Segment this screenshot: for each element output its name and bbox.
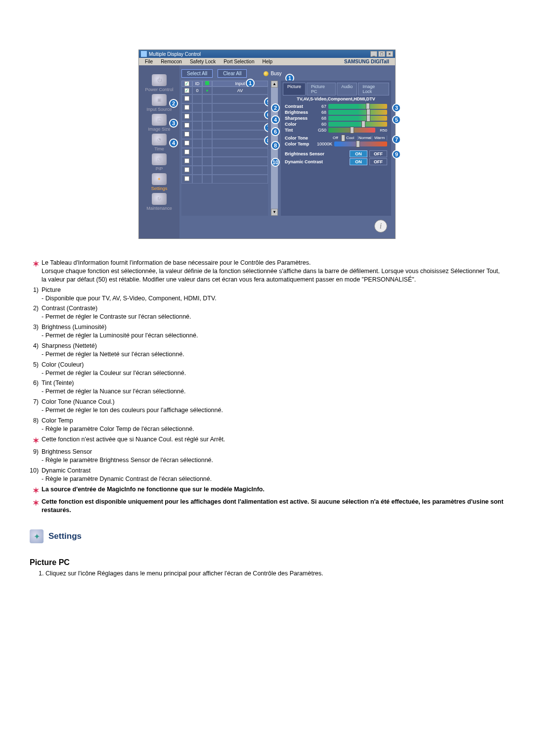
color-temp-value: 10000K	[314, 142, 334, 146]
description-item: 4)Sharpness (Netteté)- Permet de régler …	[30, 342, 504, 359]
contrast-slider[interactable]	[328, 104, 387, 109]
tab-picture-pc[interactable]: Picture PC	[307, 83, 336, 95]
table-row[interactable]	[181, 148, 268, 157]
table-row[interactable]	[181, 166, 268, 175]
item-title: Color (Couleur)	[42, 361, 504, 369]
callout-badge: 4	[169, 139, 178, 147]
row-checkbox[interactable]	[184, 105, 189, 110]
slider-thumb[interactable]	[350, 127, 354, 134]
clear-all-button[interactable]: Clear All	[218, 69, 247, 78]
slider-thumb[interactable]	[366, 115, 370, 122]
row-input	[212, 166, 268, 175]
row-checkbox[interactable]	[184, 158, 189, 163]
tint-label: Tint	[285, 128, 314, 133]
row-checkbox[interactable]	[184, 96, 189, 101]
busy-led-icon	[264, 71, 268, 76]
menu-file[interactable]: File	[141, 59, 157, 64]
menu-remocon[interactable]: Remocon	[157, 59, 186, 64]
item-title: Color Temp	[42, 417, 504, 425]
bsensor-on-button[interactable]: ON	[350, 150, 367, 157]
table-row[interactable]	[181, 139, 268, 148]
color-tone-selector[interactable]: Off Cool Normal Warm	[328, 136, 387, 141]
item-number: 3)	[30, 323, 42, 331]
row-checkbox[interactable]	[184, 132, 189, 137]
dcontrast-on-button[interactable]: ON	[350, 158, 367, 165]
row-id	[192, 121, 202, 130]
callout-badge: 8	[271, 141, 280, 150]
row-checkbox[interactable]	[184, 149, 189, 154]
row-checkbox[interactable]	[184, 88, 189, 93]
menu-safety-lock[interactable]: Safety Lock	[186, 59, 220, 64]
sidebar: ⏻ Power Control ▣ Input Source 2 ◱ Image…	[139, 65, 179, 238]
row-id	[192, 94, 202, 103]
item-title: Brightness (Luminosité)	[42, 323, 504, 331]
table-row[interactable]	[181, 130, 268, 139]
sidebar-item-maintenance[interactable]: ↻ Maintenance	[143, 193, 175, 211]
tint-slider[interactable]	[328, 128, 375, 133]
description-list: ✶ Le Tableau d'Information fournit l'inf…	[30, 259, 504, 515]
sidebar-item-input-source[interactable]: ▣ Input Source 2	[143, 94, 175, 112]
sidebar-item-label: Image Size	[143, 127, 175, 132]
table-row[interactable]	[181, 175, 268, 184]
row-input	[212, 175, 268, 184]
tone-normal[interactable]: Normal	[358, 136, 373, 141]
parameter-panel: Picture Picture PC Audio Image Lock TV,A…	[281, 81, 391, 216]
tab-picture[interactable]: Picture	[283, 83, 306, 95]
row-checkbox[interactable]	[184, 141, 189, 145]
sharpness-slider[interactable]	[328, 116, 387, 121]
table-row[interactable]	[181, 112, 268, 121]
menu-port-selection[interactable]: Port Selection	[220, 59, 258, 64]
tab-note: TV,AV,S-Video,Component,HDMI,DTV	[281, 95, 391, 103]
table-row[interactable]	[181, 94, 268, 103]
item-title: Color Tone (Nuance Coul.)	[42, 398, 504, 406]
display-table: ID Input 5 6 7 8 0●AV	[181, 81, 268, 216]
maximize-button[interactable]: □	[378, 51, 385, 57]
row-checkbox[interactable]	[184, 176, 189, 181]
minimize-button[interactable]: _	[370, 51, 377, 57]
app-icon	[141, 51, 147, 57]
scroll-up-button[interactable]: ▲	[271, 81, 278, 88]
bsensor-off-button[interactable]: OFF	[369, 150, 387, 157]
tone-cool[interactable]: Cool	[343, 136, 358, 141]
sidebar-item-time[interactable]: ◔ Time 4	[143, 134, 175, 151]
sidebar-item-pip[interactable]: ◳ PIP	[143, 153, 175, 171]
brightness-slider[interactable]	[328, 110, 387, 115]
row-checkbox[interactable]	[184, 167, 189, 172]
sidebar-item-image-size[interactable]: ◱ Image Size 3	[143, 114, 175, 132]
col-input: Input	[212, 81, 268, 87]
row-checkbox[interactable]	[184, 123, 189, 128]
tab-audio[interactable]: Audio	[337, 83, 357, 95]
color-slider[interactable]	[328, 122, 387, 127]
item-subtext: - Règle le paramètre Brightness Sensor d…	[42, 456, 504, 465]
table-row[interactable]	[181, 103, 268, 112]
steps-list: Cliquez sur l'icône Réglages dans le men…	[40, 570, 504, 577]
row-status	[202, 139, 212, 148]
color-temp-slider[interactable]	[334, 142, 387, 146]
table-row[interactable]	[181, 157, 268, 166]
slider-thumb[interactable]	[341, 135, 345, 142]
row-id	[192, 130, 202, 139]
menubar: File Remocon Safety Lock Port Selection …	[139, 58, 395, 65]
table-row[interactable]	[181, 121, 268, 130]
callout-badge: 9	[392, 150, 401, 159]
slider-thumb[interactable]	[356, 141, 360, 147]
item-subtext: - Règle le paramètre Color Temp de l'écr…	[42, 425, 504, 433]
row-id	[192, 103, 202, 112]
sidebar-item-settings[interactable]: ✦ Settings	[143, 173, 175, 191]
dcontrast-off-button[interactable]: OFF	[369, 158, 387, 165]
item-subtext: - Permet de régler la Luminosité pour l'…	[42, 331, 504, 340]
table-row[interactable]: 0●AV	[181, 87, 268, 94]
close-button[interactable]: ×	[386, 51, 393, 57]
info-icon[interactable]: i	[374, 220, 387, 233]
window-title: Multiple Display Control	[149, 51, 201, 57]
slider-thumb[interactable]	[361, 121, 365, 128]
header-checkbox[interactable]	[184, 81, 189, 86]
item-number: 9)	[30, 448, 42, 456]
menu-help[interactable]: Help	[258, 59, 276, 64]
scroll-down-button[interactable]: ▼	[271, 209, 278, 216]
select-all-button[interactable]: Select All	[181, 69, 213, 78]
tab-image-lock[interactable]: Image Lock	[358, 83, 389, 95]
sidebar-item-power-control[interactable]: ⏻ Power Control	[143, 74, 175, 92]
row-checkbox[interactable]	[184, 114, 189, 119]
tone-warm[interactable]: Warm	[372, 136, 387, 141]
